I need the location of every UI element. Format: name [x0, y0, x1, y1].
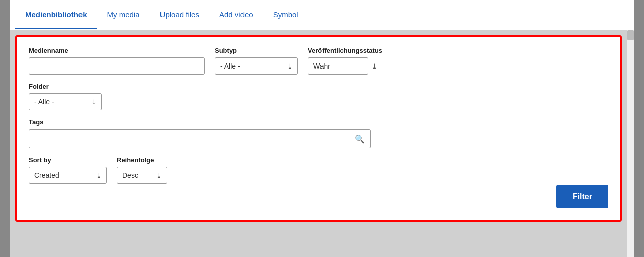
subtyp-select-wrapper: - Alle - Bild Video Audio Dokument ⤓	[215, 57, 298, 75]
tags-group: Tags 🔍	[29, 118, 608, 148]
reihenfolge-group: Reihenfolge Desc Asc ⤓	[117, 156, 167, 184]
sortby-label: Sort by	[29, 156, 107, 164]
tab-symbol[interactable]: Symbol	[263, 1, 308, 29]
filter-row-2: Folder - Alle - ⤓	[29, 83, 608, 110]
scrollbar-track[interactable]	[627, 30, 634, 257]
tab-my-media[interactable]: My media	[97, 1, 150, 29]
subtyp-label: Subtyp	[215, 47, 298, 54]
veroff-group: Veröffentlichungsstatus Wahr Falsch - Al…	[308, 47, 382, 75]
folder-select-wrapper: - Alle - ⤓	[29, 93, 102, 110]
veroff-label: Veröffentlichungsstatus	[308, 47, 382, 54]
filter-button[interactable]: Filter	[556, 185, 608, 208]
veroff-chevron-icon: ⤓	[372, 62, 377, 70]
sortby-select[interactable]: Created Title Modified	[29, 167, 107, 184]
reihenfolge-select-wrapper: Desc Asc ⤓	[117, 167, 167, 184]
veroff-select-wrapper: Wahr Falsch - Alle - ⤓	[308, 57, 382, 75]
sort-row: Sort by Created Title Modified ⤓ Reihenf…	[29, 156, 608, 184]
reihenfolge-select[interactable]: Desc Asc	[117, 167, 167, 184]
tab-navigation: Medienbibliothek My media Upload files A…	[10, 0, 634, 30]
tab-medienbibliothek[interactable]: Medienbibliothek	[15, 1, 97, 29]
tags-label: Tags	[29, 118, 608, 126]
reihenfolge-label: Reihenfolge	[117, 156, 167, 164]
tab-add-video[interactable]: Add video	[209, 1, 263, 29]
veroff-select[interactable]: Wahr Falsch - Alle -	[308, 57, 368, 75]
folder-group: Folder - Alle - ⤓	[29, 83, 102, 110]
sortby-group: Sort by Created Title Modified ⤓	[29, 156, 107, 184]
filter-box: Medienname Subtyp - Alle - Bild Video Au…	[15, 35, 622, 222]
tags-input-wrapper: 🔍	[29, 129, 371, 148]
sortby-select-wrapper: Created Title Modified ⤓	[29, 167, 107, 184]
scrollbar-thumb[interactable]	[627, 30, 634, 40]
subtyp-select[interactable]: - Alle - Bild Video Audio Dokument	[215, 57, 298, 75]
medienname-group: Medienname	[29, 47, 205, 75]
medienname-label: Medienname	[29, 47, 205, 54]
subtyp-group: Subtyp - Alle - Bild Video Audio Dokumen…	[215, 47, 298, 75]
folder-label: Folder	[29, 83, 102, 90]
filter-row-1: Medienname Subtyp - Alle - Bild Video Au…	[29, 47, 608, 75]
tags-row: Tags 🔍	[29, 118, 608, 148]
medienname-input[interactable]	[29, 57, 205, 75]
tags-input[interactable]	[29, 129, 371, 148]
main-content: Medienname Subtyp - Alle - Bild Video Au…	[10, 30, 627, 257]
folder-select[interactable]: - Alle -	[29, 93, 102, 110]
tab-upload-files[interactable]: Upload files	[150, 1, 209, 29]
